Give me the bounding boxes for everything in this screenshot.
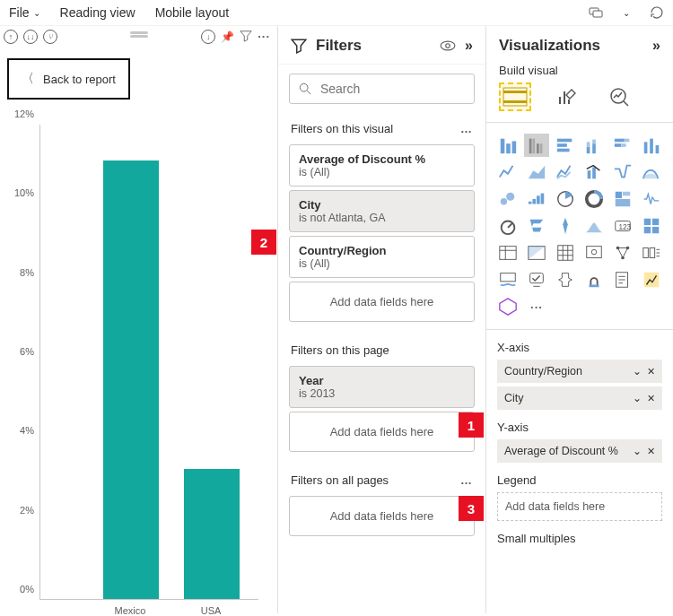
viz-type-icon[interactable] (553, 241, 578, 265)
filters-page-add[interactable]: Add data fields here (289, 412, 475, 452)
drill-toggle-icon[interactable]: ↓ (201, 30, 215, 44)
svg-rect-66 (643, 248, 649, 258)
viz-type-icon[interactable] (581, 214, 607, 238)
svg-line-10 (624, 101, 628, 106)
viz-type-icon[interactable] (610, 268, 635, 291)
report-canvas: ↑ ↓↓ ⑂ ↓ ··· 〈 Back to report 0%2%4%6%8%… (0, 26, 278, 613)
remove-icon[interactable]: ✕ (647, 393, 655, 404)
filter-card[interactable]: Cityis not Atlanta, GA (289, 190, 475, 232)
callout-3: 3 (459, 496, 484, 521)
remove-icon[interactable]: ✕ (647, 366, 655, 377)
viz-type-icon[interactable] (553, 134, 578, 157)
field-pill[interactable]: Country/Region⌄✕ (497, 360, 662, 383)
pin-icon[interactable] (221, 30, 234, 44)
field-label: City (504, 392, 524, 404)
viz-type-icon[interactable] (524, 214, 549, 238)
svg-rect-13 (512, 141, 517, 153)
collapse-icon[interactable]: » (465, 38, 473, 54)
funnel-icon (291, 38, 307, 54)
menu-reading-view[interactable]: Reading view (60, 5, 135, 20)
refresh-icon[interactable] (650, 5, 664, 20)
drag-handle-icon[interactable] (130, 31, 148, 34)
viz-type-icon[interactable] (495, 295, 520, 318)
viz-type-icon[interactable] (639, 268, 664, 291)
viz-type-icon[interactable] (610, 187, 635, 211)
field-pill[interactable]: Average of Discount %⌄✕ (497, 439, 662, 463)
viz-type-icon[interactable] (639, 134, 664, 157)
format-visual-icon[interactable] (551, 82, 583, 111)
menu-file[interactable]: File ⌄ (9, 5, 40, 20)
build-visual-icon[interactable] (499, 82, 531, 111)
viz-type-icon[interactable] (495, 187, 520, 211)
collapse-icon[interactable]: » (652, 38, 660, 54)
filter-card[interactable]: Yearis 2013 (289, 366, 475, 408)
filters-visual-add[interactable]: Add data fields here (289, 282, 475, 322)
more-icon[interactable]: ··· (258, 30, 270, 44)
drill-up-icon[interactable]: ↑ (4, 30, 18, 44)
top-menu-bar: File ⌄ Reading view Mobile layout ⌄ (0, 0, 673, 26)
viz-type-icon[interactable] (639, 161, 664, 184)
chevron-down-icon[interactable]: ⌄ (633, 392, 642, 404)
filters-search[interactable] (289, 74, 475, 104)
viz-type-icon[interactable] (524, 134, 549, 157)
bar[interactable] (103, 161, 159, 599)
viz-type-icon[interactable] (639, 214, 664, 238)
svg-rect-36 (529, 202, 532, 204)
filters-all-add[interactable]: Add data fields here (289, 496, 475, 536)
svg-rect-52 (500, 247, 516, 260)
viz-type-icon[interactable] (495, 161, 520, 184)
eye-icon[interactable] (440, 38, 456, 54)
viz-type-icon[interactable] (581, 187, 607, 211)
viz-type-icon[interactable] (495, 241, 520, 265)
field-pill[interactable]: City⌄✕ (497, 386, 662, 410)
viz-type-icon[interactable] (524, 161, 549, 184)
x-label: Mexico (102, 605, 158, 616)
search-input[interactable] (320, 82, 465, 96)
chevron-down-icon[interactable]: ⌄ (633, 365, 642, 377)
expand-icon[interactable]: ⑂ (43, 30, 57, 44)
svg-rect-70 (590, 285, 599, 288)
svg-point-62 (591, 249, 597, 255)
bar[interactable] (184, 469, 240, 599)
more-icon[interactable]: ··· (524, 295, 549, 318)
viz-type-icon[interactable] (610, 161, 635, 184)
viz-type-icon[interactable] (553, 268, 578, 291)
viz-type-icon[interactable] (553, 161, 578, 184)
x-axis-fields: Country/Region⌄✕City⌄✕ (497, 360, 662, 410)
chevron-down-icon[interactable]: ⌄ (633, 445, 642, 457)
svg-rect-24 (592, 140, 596, 144)
viz-type-icon[interactable]: 123 (610, 214, 635, 238)
viz-type-icon[interactable] (610, 241, 635, 265)
filters-title: Filters (316, 37, 362, 55)
viz-type-icon[interactable] (524, 187, 549, 211)
viz-type-icon[interactable] (581, 161, 607, 184)
analytics-icon[interactable] (603, 82, 635, 111)
filter-card[interactable]: Average of Discount %is (All) (289, 144, 475, 187)
more-icon[interactable]: … (460, 473, 473, 487)
viz-type-icon[interactable] (495, 268, 520, 291)
filters-pane: Filters » Filters on this visual… Averag… (278, 26, 486, 613)
chat-icon[interactable] (589, 5, 603, 20)
viz-type-icon[interactable] (581, 134, 607, 157)
viz-type-icon[interactable] (553, 187, 578, 211)
viz-type-icon[interactable] (524, 268, 549, 291)
viz-type-icon[interactable] (495, 134, 520, 157)
viz-type-icon[interactable] (581, 241, 607, 265)
menu-mobile-layout[interactable]: Mobile layout (155, 5, 230, 20)
remove-icon[interactable]: ✕ (647, 446, 655, 457)
viz-type-icon[interactable] (495, 214, 520, 238)
viz-type-icon[interactable] (610, 134, 635, 157)
drill-down-icon[interactable]: ↓↓ (23, 30, 38, 44)
viz-type-icon[interactable] (553, 214, 578, 238)
filter-card[interactable]: Country/Regionis (All) (289, 236, 475, 278)
chevron-down-icon[interactable]: ⌄ (623, 8, 630, 18)
viz-type-icon[interactable] (581, 268, 607, 291)
svg-rect-19 (557, 143, 567, 147)
viz-type-icon[interactable] (639, 241, 664, 265)
legend-drop[interactable]: Add data fields here (497, 492, 662, 521)
more-icon[interactable]: … (460, 122, 473, 135)
back-to-report-button[interactable]: 〈 Back to report (7, 58, 130, 100)
viz-type-icon[interactable] (524, 241, 549, 265)
funnel-icon[interactable] (240, 30, 252, 44)
viz-type-icon[interactable] (639, 187, 664, 211)
